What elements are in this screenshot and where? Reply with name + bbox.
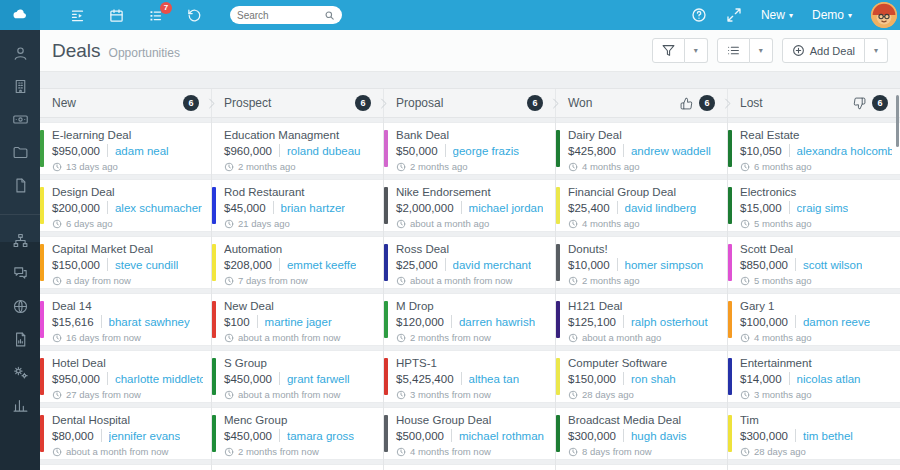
deal-contact-link[interactable]: martine jager bbox=[265, 316, 332, 328]
deal-contact-link[interactable]: brian hartzer bbox=[281, 202, 346, 214]
partial-next-card[interactable] bbox=[384, 464, 555, 470]
sidebar-item-companies[interactable] bbox=[12, 78, 29, 95]
deal-card[interactable]: Tim$300,000tim bethel28 days ago bbox=[728, 407, 900, 460]
list-view-button[interactable] bbox=[717, 38, 750, 63]
account-menu[interactable]: Demo ▾ bbox=[812, 8, 852, 22]
deal-contact-link[interactable]: bharat sawhney bbox=[109, 316, 190, 328]
deal-contact-link[interactable]: alex schumacher bbox=[115, 202, 202, 214]
sidebar-item-pipeline[interactable] bbox=[12, 232, 29, 249]
deal-card[interactable]: Design Deal$200,000alex schumacher6 days… bbox=[40, 179, 211, 232]
deal-contact-link[interactable]: hugh davis bbox=[631, 430, 687, 442]
deal-contact-link[interactable]: damon reeve bbox=[803, 316, 870, 328]
sidebar-item-settings[interactable] bbox=[12, 364, 29, 381]
deal-card[interactable]: House Group Deal$500,000michael rothman4… bbox=[384, 407, 555, 460]
deal-contact-link[interactable]: george frazis bbox=[453, 145, 519, 157]
deal-contact-link[interactable]: michael jordan bbox=[469, 202, 544, 214]
sidebar-item-statistics[interactable] bbox=[12, 397, 29, 414]
sidebar-item-chats[interactable] bbox=[12, 265, 29, 282]
deal-card[interactable]: HPTS-1$5,425,400althea tan3 months from … bbox=[384, 350, 555, 403]
deal-card[interactable]: E-learning Deal$950,000adam neal13 days … bbox=[40, 122, 211, 175]
deal-contact-link[interactable]: nicolas atlan bbox=[797, 373, 861, 385]
deal-contact-link[interactable]: darren hawrish bbox=[459, 316, 535, 328]
help-icon[interactable] bbox=[691, 7, 707, 23]
deal-card[interactable]: New Deal$100martine jagerabout a month f… bbox=[212, 293, 383, 346]
calendar-icon[interactable] bbox=[109, 8, 124, 23]
deal-card[interactable]: Deal 14$15,616bharat sawhney16 days from… bbox=[40, 293, 211, 346]
fullscreen-icon[interactable] bbox=[726, 7, 742, 23]
deal-card[interactable]: Gary 1$100,000damon reeve4 months ago bbox=[728, 293, 900, 346]
new-menu[interactable]: New ▾ bbox=[761, 8, 793, 22]
scrollbar-thumb[interactable] bbox=[896, 95, 899, 147]
deal-contact-link[interactable]: craig sims bbox=[797, 202, 849, 214]
deal-contact-link[interactable]: tamara gross bbox=[287, 430, 354, 442]
column-header-lost[interactable]: Lost6 bbox=[728, 89, 900, 117]
column-header-new[interactable]: New6 bbox=[40, 89, 212, 117]
deal-card[interactable]: Scott Deal$850,000scott wilson5 months a… bbox=[728, 236, 900, 289]
deal-contact-link[interactable]: adam neal bbox=[115, 145, 169, 157]
column-header-prospect[interactable]: Prospect6 bbox=[212, 89, 384, 117]
deal-card[interactable]: Dental Hospital$80,000jennifer evansabou… bbox=[40, 407, 211, 460]
add-deal-button[interactable]: Add Deal bbox=[782, 38, 865, 63]
deal-card[interactable]: Rod Restaurant$45,000brian hartzer21 day… bbox=[212, 179, 383, 232]
partial-next-card[interactable] bbox=[212, 464, 383, 470]
deal-card[interactable]: Real Estate$10,050alexandra holcomb6 mon… bbox=[728, 122, 900, 175]
deal-contact-link[interactable]: ralph osterhout bbox=[631, 316, 708, 328]
deal-contact-link[interactable]: michael rothman bbox=[459, 430, 544, 442]
deal-contact-link[interactable]: roland dubeau bbox=[287, 145, 361, 157]
deal-card[interactable]: Automation$208,000emmet keeffe7 days fro… bbox=[212, 236, 383, 289]
column-header-proposal[interactable]: Proposal6 bbox=[384, 89, 556, 117]
sidebar-item-folders[interactable] bbox=[12, 144, 29, 161]
deal-contact-link[interactable]: david lindberg bbox=[625, 202, 697, 214]
deal-contact-link[interactable]: andrew waddell bbox=[631, 145, 711, 157]
deal-contact-link[interactable]: jennifer evans bbox=[109, 430, 181, 442]
deal-card[interactable]: Financial Group Deal$25,400david lindber… bbox=[556, 179, 727, 232]
column-header-won[interactable]: Won6 bbox=[556, 89, 728, 117]
deal-card[interactable]: H121 Deal$125,100ralph osterhoutabout a … bbox=[556, 293, 727, 346]
avatar[interactable] bbox=[871, 2, 897, 28]
tasks-icon[interactable]: 7 bbox=[148, 8, 163, 23]
deal-contact-link[interactable]: david merchant bbox=[453, 259, 532, 271]
deal-card[interactable]: Computer Software$150,000ron shah28 days… bbox=[556, 350, 727, 403]
filter-options-button[interactable]: ▾ bbox=[685, 38, 708, 63]
deal-contact-link[interactable]: althea tan bbox=[469, 373, 520, 385]
deal-contact-link[interactable]: charlotte middleton bbox=[115, 373, 203, 385]
history-icon[interactable] bbox=[187, 8, 202, 23]
search-icon[interactable] bbox=[324, 10, 335, 21]
deal-card[interactable]: Bank Deal$50,000george frazis2 months ag… bbox=[384, 122, 555, 175]
deal-contact-link[interactable]: tim bethel bbox=[803, 430, 853, 442]
app-logo[interactable] bbox=[0, 0, 40, 30]
deal-card[interactable]: Education Managment$960,000roland dubeau… bbox=[212, 122, 383, 175]
deal-card[interactable]: M Drop$120,000darren hawrish2 months fro… bbox=[384, 293, 555, 346]
view-options-button[interactable]: ▾ bbox=[750, 38, 773, 63]
deal-contact-link[interactable]: scott wilson bbox=[803, 259, 862, 271]
deal-contact-link[interactable]: emmet keeffe bbox=[287, 259, 356, 271]
sidebar-item-web[interactable] bbox=[12, 298, 29, 315]
feed-icon[interactable] bbox=[70, 8, 85, 23]
partial-next-card[interactable] bbox=[728, 464, 900, 470]
deal-contact-link[interactable]: grant farwell bbox=[287, 373, 350, 385]
deal-card[interactable]: S Group$450,000grant farwellabout a mont… bbox=[212, 350, 383, 403]
sidebar-item-documents[interactable] bbox=[12, 177, 29, 194]
sidebar-item-reports[interactable] bbox=[12, 331, 29, 348]
deal-contact-link[interactable]: ron shah bbox=[631, 373, 676, 385]
search-input[interactable] bbox=[237, 10, 324, 21]
sidebar-item-deals[interactable] bbox=[12, 111, 29, 128]
add-deal-options-button[interactable]: ▾ bbox=[865, 38, 888, 63]
deal-card[interactable]: Capital Market Deal$150,000steve cundill… bbox=[40, 236, 211, 289]
deal-contact-link[interactable]: steve cundill bbox=[115, 259, 178, 271]
deal-card[interactable]: Broadcast Media Deal$300,000hugh davis8 … bbox=[556, 407, 727, 460]
deal-card[interactable]: Nike Endorsement$2,000,000michael jordan… bbox=[384, 179, 555, 232]
deal-card[interactable]: Entertainment$14,000nicolas atlan3 month… bbox=[728, 350, 900, 403]
deal-contact-link[interactable]: homer simpson bbox=[625, 259, 704, 271]
partial-next-card[interactable] bbox=[40, 464, 211, 470]
deal-card[interactable]: Ross Deal$25,000david merchantabout a mo… bbox=[384, 236, 555, 289]
sidebar-item-contacts[interactable] bbox=[12, 45, 29, 62]
filter-button[interactable] bbox=[652, 38, 685, 63]
deal-contact-link[interactable]: alexandra holcomb bbox=[797, 145, 892, 157]
deal-card[interactable]: Donuts!$10,000homer simpson2 months ago bbox=[556, 236, 727, 289]
deal-card[interactable]: Electronics$15,000craig sims5 months ago bbox=[728, 179, 900, 232]
deal-card[interactable]: Dairy Deal$425,800andrew waddell4 months… bbox=[556, 122, 727, 175]
deal-card[interactable]: Hotel Deal$950,000charlotte middleton27 … bbox=[40, 350, 211, 403]
deal-card[interactable]: Menc Group$450,000tamara gross2 months f… bbox=[212, 407, 383, 460]
partial-next-card[interactable] bbox=[556, 464, 727, 470]
